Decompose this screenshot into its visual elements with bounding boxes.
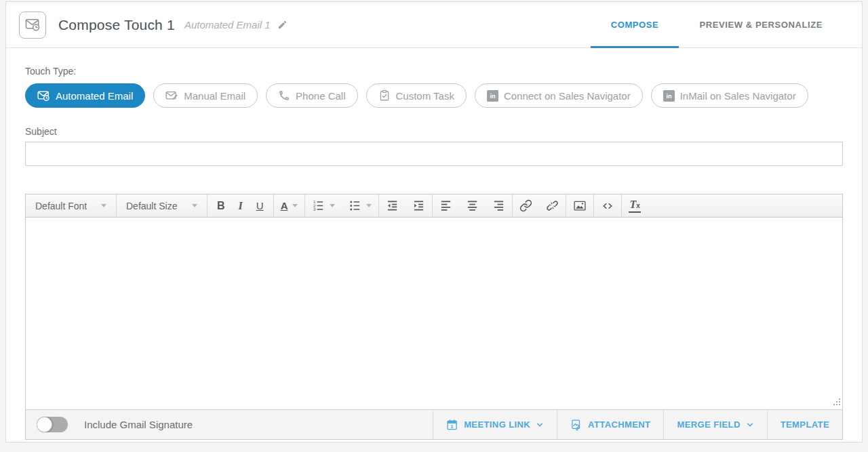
editor-toolbar: Default Font Default Size B I U A: [26, 194, 842, 218]
linkedin-icon: in: [663, 90, 675, 102]
automated-email-icon: [37, 89, 50, 102]
underline-button[interactable]: U: [250, 194, 271, 217]
chevron-down-icon: [292, 204, 298, 207]
compose-form: Touch Type: Automated Email Manual Email: [6, 66, 862, 440]
subject-input[interactable]: [25, 142, 843, 166]
footer-actions: 1 MEETING LINK ATTACHMENT: [433, 410, 842, 439]
link-icon: [519, 199, 532, 212]
ordered-list-icon: 123: [312, 199, 325, 212]
outdent-icon: [386, 199, 399, 212]
tab-compose[interactable]: COMPOSE: [591, 2, 679, 47]
align-right-button[interactable]: [486, 194, 512, 217]
clear-formatting-icon: Tx: [629, 199, 640, 213]
template-button[interactable]: TEMPLATE: [767, 410, 842, 439]
divider: [207, 194, 208, 217]
meeting-link-icon: 1: [446, 419, 458, 431]
align-center-icon: [466, 199, 479, 212]
insert-link-button[interactable]: [513, 194, 539, 217]
font-family-dropdown[interactable]: Default Font: [26, 194, 116, 217]
editor-footer: Include Gmail Signature 1 MEETING LINK: [26, 409, 842, 439]
touch-type-automated-email[interactable]: Automated Email: [25, 83, 145, 108]
unlink-icon: [546, 199, 559, 212]
chevron-down-icon: [536, 422, 544, 428]
touch-type-manual-email[interactable]: Manual Email: [153, 83, 258, 108]
insert-image-button[interactable]: [566, 194, 593, 217]
align-left-icon: [439, 199, 452, 212]
font-color-button[interactable]: A: [274, 194, 305, 217]
chevron-down-icon: [366, 204, 372, 207]
subject-label: Subject: [25, 126, 843, 137]
image-icon: [573, 199, 587, 213]
chevron-down-icon: [746, 422, 754, 428]
edit-pencil-icon[interactable]: [277, 20, 288, 30]
resize-handle-icon[interactable]: [833, 396, 841, 408]
merge-field-button[interactable]: MERGE FIELD: [663, 410, 766, 439]
header: Compose Touch 1 Automated Email 1 COMPOS…: [6, 2, 862, 48]
align-left-button[interactable]: [433, 194, 459, 217]
tab-preview-personalize[interactable]: PREVIEW & PERSONALIZE: [679, 2, 843, 47]
remove-link-button[interactable]: [539, 194, 566, 217]
custom-task-icon: [378, 89, 391, 102]
touch-type-connect-sales-navigator[interactable]: in Connect on Sales Navigator: [475, 83, 643, 108]
phone-icon: [278, 89, 290, 102]
touch-name-label: Automated Email 1: [184, 19, 271, 30]
manual-email-icon: [165, 89, 178, 102]
bold-button[interactable]: B: [210, 194, 232, 217]
font-size-dropdown[interactable]: Default Size: [117, 194, 207, 217]
svg-text:3: 3: [313, 207, 316, 211]
email-editor: Default Font Default Size B I U A: [25, 194, 843, 440]
compose-panel: Compose Touch 1 Automated Email 1 COMPOS…: [5, 1, 863, 443]
chevron-down-icon: [192, 204, 197, 207]
touch-type-custom-task[interactable]: Custom Task: [366, 83, 467, 108]
unordered-list-button[interactable]: [342, 194, 378, 217]
ordered-list-button[interactable]: 123: [305, 194, 342, 217]
indent-icon: [412, 199, 425, 212]
touch-type-inmail-sales-navigator[interactable]: in InMail on Sales Navigator: [651, 83, 808, 108]
touch-type-phone-call[interactable]: Phone Call: [266, 83, 357, 108]
chevron-down-icon: [101, 204, 106, 207]
attachment-icon: [570, 419, 583, 431]
code-view-button[interactable]: [594, 194, 621, 217]
touch-type-options: Automated Email Manual Email Phone Call: [25, 83, 843, 108]
signature-control: Include Gmail Signature: [26, 410, 193, 439]
unordered-list-icon: [349, 199, 361, 212]
align-right-icon: [492, 199, 505, 212]
svg-text:in: in: [666, 93, 672, 100]
linkedin-icon: in: [487, 90, 498, 102]
meeting-link-button[interactable]: 1 MEETING LINK: [433, 410, 557, 439]
gmail-signature-toggle[interactable]: [37, 417, 68, 432]
italic-button[interactable]: I: [232, 194, 250, 217]
attachment-button[interactable]: ATTACHMENT: [557, 410, 663, 439]
chevron-down-icon: [330, 204, 335, 207]
code-icon: [601, 200, 614, 212]
align-center-button[interactable]: [459, 194, 486, 217]
toggle-knob: [37, 417, 52, 432]
svg-text:1: 1: [451, 424, 454, 428]
email-touch-icon: [19, 12, 46, 39]
email-body-editor[interactable]: [26, 218, 842, 409]
gmail-signature-label: Include Gmail Signature: [84, 419, 193, 430]
indent-button[interactable]: [406, 194, 432, 217]
touch-type-label: Touch Type:: [25, 66, 843, 77]
clear-formatting-button[interactable]: Tx: [622, 194, 647, 217]
page-title: Compose Touch 1: [58, 17, 175, 33]
outdent-button[interactable]: [379, 194, 406, 217]
tab-bar: COMPOSE PREVIEW & PERSONALIZE: [591, 2, 843, 47]
svg-text:in: in: [490, 93, 496, 100]
